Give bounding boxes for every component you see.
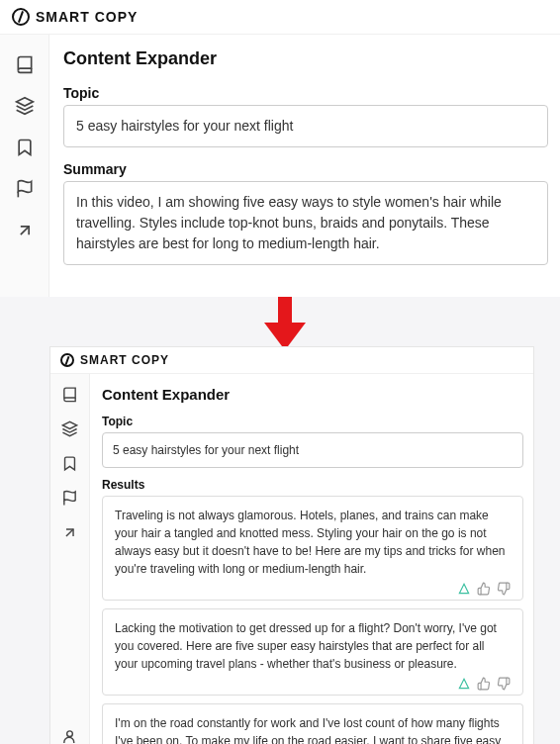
red-arrow-icon (262, 295, 308, 352)
flag-icon[interactable] (15, 179, 35, 199)
bookmark-icon[interactable] (61, 455, 78, 472)
svg-marker-0 (16, 98, 33, 106)
bookmark-icon[interactable] (15, 138, 35, 157)
result-text: Lacking the motivation to get dressed up… (115, 619, 511, 673)
topic-input[interactable]: 5 easy hairstyles for your next flight (102, 432, 523, 468)
triangle-icon[interactable] (457, 582, 471, 596)
flag-icon[interactable] (61, 490, 78, 507)
summary-label: Summary (63, 161, 548, 177)
svg-line-5 (66, 529, 73, 536)
thumbs-up-icon[interactable] (477, 677, 491, 691)
user-icon[interactable] (61, 728, 78, 744)
topic-label: Topic (63, 85, 548, 101)
svg-marker-7 (459, 584, 468, 593)
share-icon[interactable] (15, 221, 35, 240)
logo-icon (60, 353, 74, 367)
book-icon[interactable] (61, 386, 78, 403)
app-name: SMART COPY (80, 353, 169, 367)
topic-input[interactable]: 5 easy hairstyles for your next flight (63, 105, 548, 147)
app-panel-after: SMART COPY (49, 346, 534, 744)
sidebar (50, 374, 90, 744)
summary-input[interactable]: In this video, I am showing five easy wa… (63, 181, 548, 265)
app-panel-before: SMART COPY Content Expander Topic (0, 0, 560, 297)
page-title: Content Expander (102, 386, 523, 403)
thumbs-down-icon[interactable] (497, 677, 511, 691)
result-actions (115, 582, 511, 596)
svg-line-2 (20, 227, 28, 234)
result-text: Traveling is not always glamorous. Hotel… (115, 507, 511, 578)
result-card: Lacking the motivation to get dressed up… (102, 608, 523, 696)
svg-point-6 (67, 731, 73, 737)
topic-label: Topic (102, 415, 523, 428)
layers-icon[interactable] (15, 96, 35, 116)
main-content: Content Expander Topic 5 easy hairstyles… (90, 374, 533, 744)
app-name: SMART COPY (36, 9, 138, 25)
triangle-icon[interactable] (457, 677, 471, 691)
app-logo: SMART COPY (60, 353, 169, 367)
thumbs-down-icon[interactable] (497, 582, 511, 596)
app-header: SMART COPY (50, 347, 533, 374)
app-header: SMART COPY (0, 0, 560, 35)
result-card: Traveling is not always glamorous. Hotel… (102, 496, 523, 601)
app-logo: SMART COPY (12, 8, 138, 26)
svg-marker-8 (459, 679, 468, 688)
results-list: Traveling is not always glamorous. Hotel… (102, 496, 523, 744)
result-card: I'm on the road constantly for work and … (102, 703, 523, 744)
thumbs-up-icon[interactable] (477, 582, 491, 596)
result-actions (115, 677, 511, 691)
share-icon[interactable] (61, 524, 78, 541)
svg-marker-3 (62, 421, 76, 428)
main-content: Content Expander Topic 5 easy hairstyles… (49, 35, 560, 297)
sidebar (0, 35, 49, 297)
results-label: Results (102, 478, 523, 492)
logo-icon (12, 8, 30, 26)
layers-icon[interactable] (61, 420, 78, 437)
result-text: I'm on the road constantly for work and … (115, 714, 511, 744)
book-icon[interactable] (15, 54, 35, 74)
page-title: Content Expander (63, 48, 548, 69)
